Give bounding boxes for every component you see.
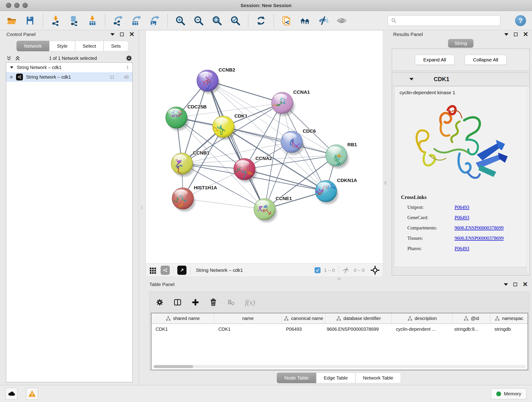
network-node-CCNA2[interactable] xyxy=(232,158,257,182)
column-header[interactable]: name xyxy=(214,313,282,324)
network-node-CCNA1[interactable] xyxy=(270,92,295,116)
network-from-clipboard-icon[interactable] xyxy=(281,15,292,26)
import-network-database-icon[interactable] xyxy=(68,15,80,26)
minimize-window-button[interactable] xyxy=(14,3,19,8)
float-panel-icon[interactable] xyxy=(120,32,124,36)
table-horizontal-scrollbar[interactable] xyxy=(153,365,526,368)
tab-select[interactable]: Select xyxy=(75,41,104,51)
warnings-button[interactable] xyxy=(26,388,38,400)
float-panel-icon[interactable] xyxy=(514,32,518,36)
column-header[interactable]: database identifier xyxy=(325,313,392,324)
collapse-all-icon[interactable] xyxy=(6,55,12,61)
expand-all-icon[interactable] xyxy=(15,55,21,61)
crosslink-link-tissues[interactable]: 9606.ENSP00000378699 xyxy=(455,235,504,241)
export-table-icon[interactable] xyxy=(131,15,142,26)
cell-id[interactable]: stringdb:9... xyxy=(452,324,490,334)
tab-network[interactable]: Network xyxy=(17,41,49,51)
export-image-icon[interactable] xyxy=(149,15,160,26)
float-panel-icon[interactable] xyxy=(513,283,517,286)
zoom-window-button[interactable] xyxy=(22,3,28,8)
export-network-icon[interactable] xyxy=(112,15,124,26)
close-panel-icon[interactable]: ✕ xyxy=(129,32,134,36)
network-node-CCNB2[interactable] xyxy=(197,70,220,94)
pan-crosshair-icon[interactable] xyxy=(370,266,380,275)
tab-edge-table[interactable]: Edge Table xyxy=(316,373,355,383)
column-header[interactable]: description xyxy=(392,313,452,324)
section-expander-icon[interactable] xyxy=(409,78,413,80)
network-node-CCNE1[interactable] xyxy=(254,198,277,222)
right-splitter-handle[interactable] xyxy=(385,181,386,185)
panel-menu-icon[interactable] xyxy=(110,33,114,36)
network-share-icon[interactable] xyxy=(161,266,170,275)
network-node-CDC25B[interactable] xyxy=(166,107,189,131)
left-splitter-handle[interactable] xyxy=(141,206,143,210)
cell-namespace[interactable]: stringdb xyxy=(490,324,528,334)
network-node-RB1[interactable] xyxy=(326,145,349,169)
column-header[interactable]: shared name xyxy=(152,313,214,324)
zoom-in-icon[interactable] xyxy=(175,15,186,26)
network-edge-HIST1H1A-CCNE1[interactable] xyxy=(183,198,265,209)
apply-layout-icon[interactable] xyxy=(255,15,267,26)
cloud-status-button[interactable] xyxy=(6,388,17,400)
add-column-icon[interactable] xyxy=(191,298,200,306)
tab-network-table[interactable]: Network Table xyxy=(355,373,401,383)
zoom-selected-icon[interactable] xyxy=(230,15,241,26)
show-columns-icon[interactable] xyxy=(173,298,182,306)
close-panel-icon[interactable]: ✕ xyxy=(523,32,528,36)
cell-canonical-name[interactable]: P06493 xyxy=(282,324,325,334)
crosslink-link-compartments[interactable]: 9606.ENSP00000378699 xyxy=(455,225,504,231)
hidden-eye-slash-icon[interactable] xyxy=(342,267,350,274)
cell-shared-name[interactable]: CDK1 xyxy=(152,324,214,334)
hide-details-eye-icon[interactable] xyxy=(317,15,329,26)
help-icon[interactable]: ? xyxy=(515,15,526,26)
column-header[interactable]: @id xyxy=(452,313,490,324)
tab-sets[interactable]: Sets xyxy=(104,41,128,51)
eye-sphere-icon[interactable] xyxy=(336,15,347,26)
memory-button[interactable]: Memory xyxy=(491,388,526,399)
zoom-out-icon[interactable] xyxy=(193,15,204,26)
selected-checkbox-icon[interactable] xyxy=(315,267,321,273)
network-node-CDK1[interactable] xyxy=(212,116,236,140)
scrollbar-thumb[interactable] xyxy=(154,365,193,368)
close-window-button[interactable] xyxy=(6,3,11,8)
collapse-all-button[interactable]: Collapse All xyxy=(465,55,507,65)
grid-view-icon[interactable] xyxy=(149,266,157,274)
crosslink-link-genecard[interactable]: P06493 xyxy=(455,215,469,220)
network-collection-row[interactable]: String Network – cdk1 1 xyxy=(6,63,133,72)
string-home-icon[interactable] xyxy=(299,15,311,26)
close-panel-icon[interactable]: ✕ xyxy=(523,283,528,286)
delete-column-trash-icon[interactable] xyxy=(209,298,217,306)
column-header[interactable]: canonical name xyxy=(282,313,325,324)
import-table-file-icon[interactable] xyxy=(87,15,98,26)
tab-node-table[interactable]: Node Table xyxy=(277,373,316,383)
network-node-CDKN1A[interactable] xyxy=(315,180,338,204)
zoom-fit-icon[interactable] xyxy=(211,15,223,26)
network-node-HIST1H1A[interactable] xyxy=(170,188,195,211)
expand-all-button[interactable]: Expand All xyxy=(415,55,455,65)
cell-description[interactable]: cyclin-dependent ... xyxy=(392,324,452,334)
panel-menu-icon[interactable] xyxy=(504,283,508,286)
open-session-icon[interactable] xyxy=(6,15,17,26)
column-header[interactable]: namespac xyxy=(490,313,528,324)
birds-eye-view-icon[interactable] xyxy=(177,266,186,275)
tab-string[interactable]: String xyxy=(448,39,474,48)
import-network-file-icon[interactable] xyxy=(50,15,61,26)
panel-menu-icon[interactable] xyxy=(504,33,508,36)
cell-database-identifier[interactable]: 9606.ENSP00000378699 xyxy=(325,324,392,334)
crosslink-link-uniprot[interactable]: P06493 xyxy=(455,204,469,210)
table-header-row: shared name name canonical name database… xyxy=(152,313,528,324)
expander-icon[interactable] xyxy=(10,66,13,69)
crosslink-link-pharos[interactable]: P06493 xyxy=(455,246,469,251)
cell-name[interactable]: CDK1 xyxy=(214,324,282,334)
save-session-icon[interactable] xyxy=(24,15,36,26)
protein-section-header[interactable]: CDK1 xyxy=(392,73,530,86)
results-scrollbar[interactable] xyxy=(527,86,529,274)
tab-style[interactable]: Style xyxy=(49,41,75,51)
horizontal-splitter-handle[interactable] xyxy=(337,278,341,280)
network-row-selected[interactable]: String Network – cdk1 11 48 xyxy=(6,72,133,82)
search-input[interactable] xyxy=(399,18,497,23)
table-options-gear-icon[interactable] xyxy=(156,298,164,306)
network-options-gear-icon[interactable] xyxy=(125,55,133,62)
network-canvas[interactable]: CCNB2CCNA1CDC25BCDK1CDC6RB1CCNB1CCNA2CDK… xyxy=(146,31,383,263)
network-edge-CDC25B-RB1[interactable] xyxy=(177,118,336,155)
